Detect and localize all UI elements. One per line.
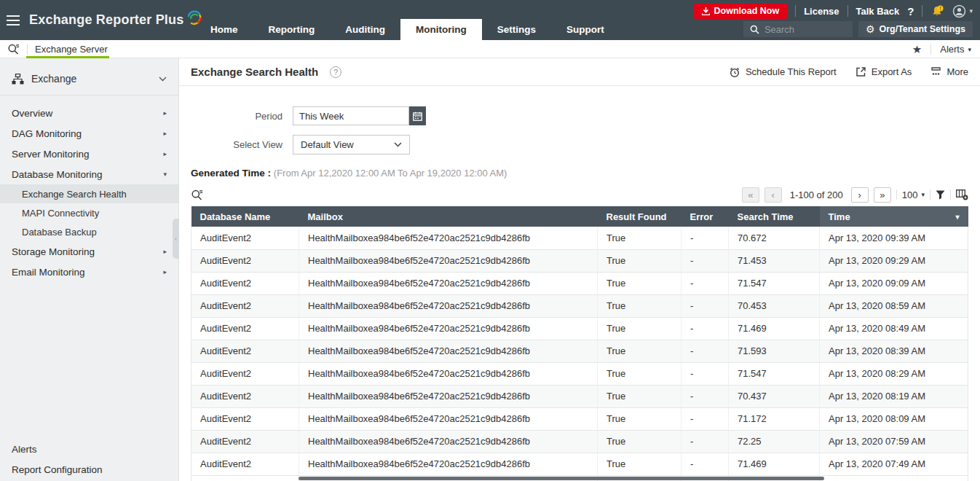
sidebar-item-email-monitoring[interactable]: Email Monitoring ▸ xyxy=(0,262,178,282)
sidebar-item-report-configuration[interactable]: Report Configuration xyxy=(0,459,178,480)
cell-mailbox: HealthMailboxea984be6f52e4720ac2521c9db4… xyxy=(299,317,598,340)
filter-funnel-icon[interactable] xyxy=(936,190,945,200)
divider xyxy=(847,5,848,17)
cell-error: - xyxy=(681,317,729,340)
advanced-search-icon[interactable] xyxy=(7,43,20,55)
talk-back-link[interactable]: Talk Back xyxy=(856,6,900,17)
pagination: « ‹ 1-100 of 200 › » 100 ▾ xyxy=(742,187,968,203)
main-navigation: Home Reporting Auditing Monitoring Setti… xyxy=(195,19,620,40)
sidebar-item-database-monitoring[interactable]: Database Monitoring ▾ xyxy=(0,164,178,184)
table-row[interactable]: AuditEvent2 HealthMailboxea984be6f52e472… xyxy=(191,249,968,272)
more-button[interactable]: More xyxy=(930,66,968,77)
period-input[interactable] xyxy=(293,106,409,125)
table-search-icon[interactable] xyxy=(191,189,203,201)
tab-exchange-server[interactable]: Exchange Server xyxy=(35,44,108,55)
sidebar-subitem-database-backup[interactable]: Database Backup xyxy=(0,222,178,241)
sidebar-item-storage-monitoring[interactable]: Storage Monitoring ▸ xyxy=(0,241,178,262)
table-body: AuditEvent2 HealthMailboxea984be6f52e472… xyxy=(191,227,968,475)
help-circle-icon[interactable]: ? xyxy=(330,66,341,78)
org-tenant-settings-button[interactable]: ⚙ Org/Tenant Settings xyxy=(858,21,973,37)
column-header-result-found[interactable]: Result Found xyxy=(598,206,681,227)
column-header-search-time[interactable]: Search Time xyxy=(729,206,820,227)
sidebar-subitem-mapi-connectivity[interactable]: MAPI Connectivity xyxy=(0,203,178,222)
arrow-down-icon: ▾ xyxy=(163,171,167,178)
collapse-chevron-icon: ‹ xyxy=(175,235,177,243)
sidebar-collapse-handle[interactable]: ‹ xyxy=(173,219,179,259)
cell-time: Apr 13, 2020 08:59 AM xyxy=(820,294,968,317)
divider xyxy=(930,189,930,200)
table-row[interactable]: AuditEvent2 HealthMailboxea984be6f52e472… xyxy=(191,385,968,407)
sort-caret-icon: ▾ xyxy=(955,213,959,221)
chevron-down-icon xyxy=(159,77,167,82)
nav-tab-home[interactable]: Home xyxy=(195,19,253,40)
app-logo-text: Exchange Reporter Plus xyxy=(29,12,183,28)
table-row[interactable]: AuditEvent2 HealthMailboxea984be6f52e472… xyxy=(191,294,968,317)
download-now-button[interactable]: Download Now xyxy=(694,4,788,19)
sidebar-item-server-monitoring[interactable]: Server Monitoring ▸ xyxy=(0,144,178,164)
export-icon xyxy=(855,66,866,77)
cell-time: Apr 13, 2020 08:09 AM xyxy=(820,407,968,430)
export-as-button[interactable]: Export As xyxy=(855,66,912,77)
sidebar-item-dag-monitoring[interactable]: DAG Monitoring ▸ xyxy=(0,123,178,144)
column-header-error[interactable]: Error xyxy=(681,206,729,227)
table-row[interactable]: AuditEvent2 HealthMailboxea984be6f52e472… xyxy=(191,227,968,249)
cell-database-name: AuditEvent2 xyxy=(191,340,299,362)
horizontal-scrollbar[interactable] xyxy=(299,477,824,480)
header-secondary-actions: Search ⚙ Org/Tenant Settings xyxy=(743,21,973,37)
cell-time: Apr 13, 2020 07:49 AM xyxy=(820,453,968,475)
column-header-time[interactable]: ▾ Time xyxy=(820,206,968,227)
sidebar-item-overview[interactable]: Overview ▸ xyxy=(0,103,178,123)
column-header-mailbox[interactable]: Mailbox xyxy=(299,206,598,227)
cell-result-found: True xyxy=(598,453,681,475)
favorite-star-icon[interactable]: ★ xyxy=(912,43,922,56)
cell-result-found: True xyxy=(598,407,681,430)
table-row[interactable]: AuditEvent2 HealthMailboxea984be6f52e472… xyxy=(191,272,968,294)
cell-search-time: 71.469 xyxy=(729,317,820,340)
next-page-button[interactable]: › xyxy=(851,187,869,203)
nav-tab-settings[interactable]: Settings xyxy=(482,19,551,40)
alarm-clock-icon xyxy=(729,66,740,78)
prev-page-button[interactable]: ‹ xyxy=(764,187,782,203)
generated-time: Generated Time : (From Apr 12,2020 12:00… xyxy=(191,168,968,179)
cell-mailbox: HealthMailboxea984be6f52e4720ac2521c9db4… xyxy=(299,453,598,475)
breadcrumb-bar: Exchange Server ★ Alerts ▾ xyxy=(0,40,980,58)
sidebar-menu: Overview ▸ DAG Monitoring ▸ Server Monit… xyxy=(0,103,178,282)
license-link[interactable]: License xyxy=(804,6,839,17)
table-row[interactable]: AuditEvent2 HealthMailboxea984be6f52e472… xyxy=(191,317,968,340)
page-size-select[interactable]: 100 ▾ xyxy=(902,189,925,200)
table-row[interactable]: AuditEvent2 HealthMailboxea984be6f52e472… xyxy=(191,430,968,453)
cell-error: - xyxy=(681,430,729,453)
user-account-menu[interactable]: ▾ xyxy=(952,4,973,18)
global-search-input[interactable]: Search xyxy=(743,21,853,37)
table-row[interactable]: AuditEvent2 HealthMailboxea984be6f52e472… xyxy=(191,362,968,385)
sidebar-subitem-exchange-search-health[interactable]: Exchange Search Health xyxy=(0,184,178,203)
add-column-icon[interactable] xyxy=(956,189,968,200)
column-header-database-name[interactable]: Database Name xyxy=(191,206,299,227)
table-row[interactable]: AuditEvent2 HealthMailboxea984be6f52e472… xyxy=(191,340,968,362)
view-select[interactable]: Default View xyxy=(293,135,410,155)
table-row[interactable]: AuditEvent2 HealthMailboxea984be6f52e472… xyxy=(191,407,968,430)
notification-bell-icon[interactable]: ! xyxy=(930,4,944,18)
alerts-dropdown[interactable]: Alerts ▾ xyxy=(940,44,971,55)
nav-tab-reporting[interactable]: Reporting xyxy=(253,19,331,40)
sidebar-item-alerts[interactable]: Alerts xyxy=(0,439,178,459)
table-row[interactable]: AuditEvent2 HealthMailboxea984be6f52e472… xyxy=(191,453,968,475)
more-icon xyxy=(930,66,941,77)
nav-tab-support[interactable]: Support xyxy=(551,19,620,40)
gear-icon: ⚙ xyxy=(866,24,875,34)
sidebar-group-exchange[interactable]: Exchange xyxy=(0,58,178,95)
cell-database-name: AuditEvent2 xyxy=(191,249,299,272)
cell-result-found: True xyxy=(598,317,681,340)
nav-tab-auditing[interactable]: Auditing xyxy=(330,19,400,40)
help-icon[interactable]: ? xyxy=(907,5,914,17)
arrow-right-icon: ▸ xyxy=(163,130,167,137)
cell-result-found: True xyxy=(598,362,681,385)
cell-search-time: 71.453 xyxy=(729,249,820,272)
last-page-button[interactable]: » xyxy=(874,187,891,203)
cell-result-found: True xyxy=(598,385,681,407)
nav-tab-monitoring[interactable]: Monitoring xyxy=(400,19,482,40)
calendar-button[interactable] xyxy=(409,106,426,125)
first-page-button[interactable]: « xyxy=(742,187,759,203)
hamburger-menu-icon[interactable] xyxy=(0,0,26,40)
schedule-report-button[interactable]: Schedule This Report xyxy=(729,66,837,78)
